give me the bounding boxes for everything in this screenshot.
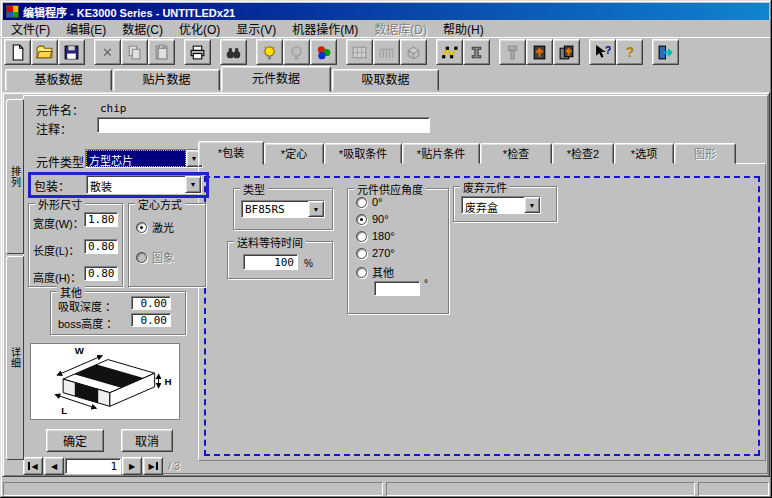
radio-icon[interactable] (356, 267, 367, 278)
exit-button[interactable] (652, 39, 679, 65)
new-file-button[interactable] (4, 39, 31, 65)
radio-angle-0[interactable]: 0° (356, 196, 383, 208)
svg-text:W: W (75, 345, 85, 356)
radio-angle-180[interactable]: 180° (356, 230, 395, 242)
discard-value: 废弃盒 (462, 197, 524, 213)
pager-last-button[interactable]: ▶ (143, 457, 163, 475)
hint-bulb-button[interactable] (256, 39, 283, 65)
radio-laser[interactable]: 激光 (136, 219, 174, 235)
pickup-depth-input[interactable] (131, 296, 171, 310)
title-bar[interactable]: 编辑程序 - KE3000 Series - UNTITLEDx21 (3, 3, 769, 20)
board-button (346, 39, 373, 65)
subtab-pickup-conditions[interactable]: *吸取条件 (324, 143, 402, 164)
radio-icon[interactable] (356, 214, 367, 225)
pager-prev-button[interactable]: ◀ (44, 457, 64, 475)
menu-optimize[interactable]: 优化(O) (171, 20, 228, 37)
pickup-depth-label: 吸取深度 ： (58, 298, 116, 314)
save-button[interactable] (58, 39, 85, 65)
chevron-down-icon[interactable]: ▼ (308, 201, 324, 217)
optimize-button[interactable] (310, 39, 337, 65)
tab-placement-data[interactable]: 贴片数据 (113, 69, 220, 91)
subtab-graphics: 图形 (674, 143, 736, 164)
boss-height-input[interactable] (131, 313, 171, 327)
radio-angle-other[interactable]: 其他 (356, 264, 394, 280)
pager-record-input[interactable] (65, 458, 121, 474)
new-file-icon (9, 44, 26, 61)
print-button[interactable] (184, 39, 211, 65)
menu-machine[interactable]: 机器操作(M) (284, 20, 366, 37)
menu-edit[interactable]: 编辑(E) (58, 20, 114, 37)
height-label: 高度(H)： (33, 269, 81, 285)
find-button[interactable] (220, 39, 247, 65)
help-button[interactable]: ? (616, 39, 643, 65)
nozzle-button (499, 39, 526, 65)
feeder-comb-icon (378, 44, 395, 61)
ibeam-button[interactable] (463, 39, 490, 65)
radio-icon[interactable] (356, 248, 367, 259)
subtab-options[interactable]: *选项 (614, 143, 674, 164)
subtab-inspection2[interactable]: *检查2 (552, 143, 614, 164)
subtab-inspection[interactable]: *检查 (480, 143, 552, 164)
radio-angle-270[interactable]: 270° (356, 247, 395, 259)
menu-view[interactable]: 显示(V) (228, 20, 284, 37)
component-name-value: chip (100, 102, 127, 115)
download-button[interactable] (526, 39, 553, 65)
status-panel-right (698, 482, 769, 496)
chevron-down-icon[interactable]: ▼ (185, 176, 201, 193)
radio-icon[interactable] (356, 231, 367, 242)
feeder-type-combobox[interactable]: BF85RS ▼ (241, 200, 325, 218)
length-input[interactable] (84, 239, 118, 254)
menu-help[interactable]: 帮助(H) (435, 20, 492, 37)
next-arrow-icon: ▶ (129, 462, 135, 471)
paste-icon (153, 44, 170, 61)
delete-button: ✕ (94, 39, 121, 65)
subtab-package[interactable]: *包装 (198, 141, 264, 165)
subtab-placement-conditions[interactable]: *贴片条件 (402, 143, 480, 164)
bulb-icon (261, 44, 278, 61)
binoculars-icon (225, 44, 242, 61)
comment-label: 注释： (36, 120, 72, 137)
context-help-button[interactable]: ? (589, 39, 616, 65)
menu-data[interactable]: 数据(C) (114, 20, 171, 37)
pager-total-label: / 3 (168, 460, 180, 472)
chevron-down-icon[interactable]: ▼ (524, 197, 540, 213)
first-arrow-icon: ◀ (31, 462, 37, 471)
feed-wait-input[interactable] (243, 254, 298, 270)
pager-next-button[interactable]: ▶ (122, 457, 142, 475)
subtab-centering[interactable]: *定心 (264, 143, 324, 164)
copy-button (121, 39, 148, 65)
download-arrow-icon (531, 44, 548, 61)
download-all-button[interactable] (553, 39, 580, 65)
svg-text:L: L (61, 405, 67, 416)
prev-arrow-icon: ◀ (51, 462, 57, 471)
ok-button[interactable]: 确定 (46, 429, 104, 452)
feeder-type-value: BF85RS (242, 201, 308, 217)
discard-combobox[interactable]: 废弃盒 ▼ (461, 196, 541, 214)
tab-pickup-data[interactable]: 吸取数据 (332, 69, 439, 91)
tab-component-data[interactable]: 元件数据 (221, 66, 331, 92)
angle-other-input[interactable] (374, 281, 420, 296)
package-combobox[interactable]: 散装 ▼ (86, 175, 202, 194)
radio-icon[interactable] (356, 197, 367, 208)
svg-text:?: ? (605, 44, 611, 56)
printer-icon (189, 44, 206, 61)
component-box-button (400, 39, 427, 65)
component-type-combobox[interactable]: 方型芯片 ▼ (85, 149, 203, 168)
tab-board-data[interactable]: 基板数据 (5, 69, 112, 91)
last-bar-icon (156, 462, 158, 470)
radio-angle-90[interactable]: 90° (356, 213, 389, 225)
side-tab-arrangement[interactable]: 排列 (6, 99, 24, 254)
width-input[interactable] (84, 212, 118, 227)
height-input[interactable] (84, 266, 118, 281)
side-tab-detail[interactable]: 详细 (6, 256, 24, 460)
cancel-button[interactable]: 取消 (121, 429, 173, 452)
pager-first-button[interactable]: ◀ (23, 457, 43, 475)
paste-button (148, 39, 175, 65)
comment-input[interactable] (97, 117, 430, 133)
feeder-button (373, 39, 400, 65)
route-button[interactable] (436, 39, 463, 65)
radio-icon[interactable] (136, 222, 147, 233)
menu-bar: 文件(F) 编辑(E) 数据(C) 优化(O) 显示(V) 机器操作(M) 数据… (3, 21, 769, 36)
menu-file[interactable]: 文件(F) (3, 20, 58, 37)
open-file-button[interactable] (31, 39, 58, 65)
